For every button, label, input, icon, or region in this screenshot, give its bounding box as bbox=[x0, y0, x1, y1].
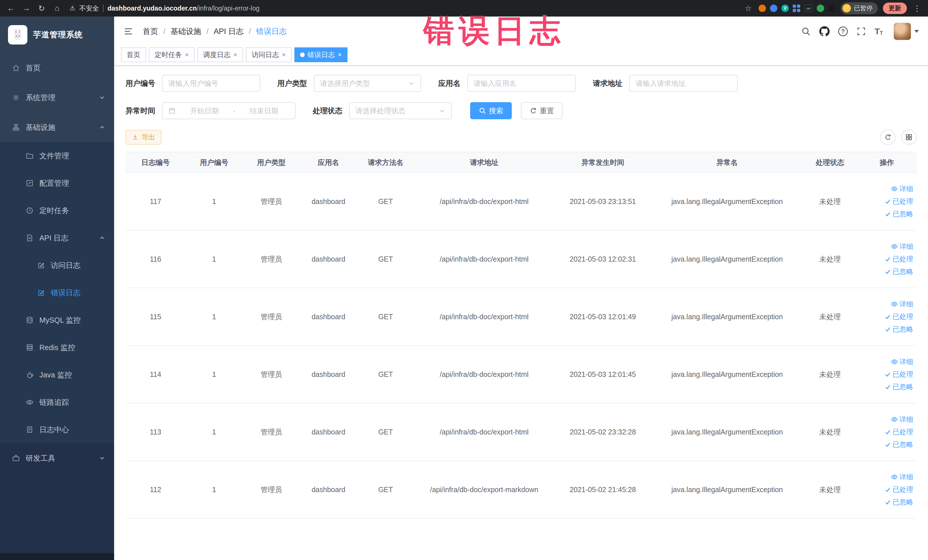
kebab-menu-icon[interactable]: ⋮ bbox=[912, 4, 922, 13]
cell-exception: java.lang.IllegalArgumentException bbox=[651, 403, 803, 461]
ignored-link[interactable]: 已忽略 bbox=[859, 265, 913, 278]
ignored-link[interactable]: 已忽略 bbox=[859, 496, 913, 508]
reload-icon[interactable]: ↻ bbox=[37, 4, 47, 13]
close-icon[interactable]: × bbox=[338, 51, 342, 59]
bookmark-star-icon[interactable]: ☆ bbox=[743, 4, 753, 13]
eye-icon bbox=[25, 398, 34, 407]
sidebar-item-api-log[interactable]: API 日志 bbox=[0, 224, 114, 252]
processed-link[interactable]: 已处理 bbox=[859, 483, 913, 496]
column-settings-button[interactable] bbox=[901, 130, 917, 145]
sidebar-item-home[interactable]: 首页 bbox=[0, 53, 114, 83]
user-id-input-field[interactable] bbox=[168, 79, 254, 88]
tab-access-log[interactable]: 访问日志× bbox=[246, 47, 292, 62]
ignored-link[interactable]: 已忽略 bbox=[859, 208, 913, 220]
cell-exception: java.lang.IllegalArgumentException bbox=[651, 288, 803, 345]
sidebar-item-dev-tools[interactable]: 研发工具 bbox=[0, 443, 114, 473]
detail-link[interactable]: 详细 bbox=[859, 471, 913, 483]
col-actions: 操作 bbox=[857, 152, 917, 172]
search-button[interactable]: 搜索 bbox=[470, 102, 512, 119]
user-id-input[interactable] bbox=[162, 75, 260, 92]
ignored-link[interactable]: 已忽略 bbox=[859, 381, 913, 393]
tab-schedule-log[interactable]: 调度日志× bbox=[197, 47, 243, 62]
sidebar-item-system-mgmt[interactable]: 系统管理 bbox=[0, 83, 114, 112]
sidebar-item-java-monitor[interactable]: Java 监控 bbox=[0, 361, 114, 389]
app-name-input[interactable] bbox=[467, 75, 576, 92]
tab-home[interactable]: 首页 bbox=[121, 47, 146, 62]
github-icon[interactable] bbox=[819, 26, 830, 37]
sidebar-item-file-mgmt[interactable]: 文件管理 bbox=[0, 142, 114, 169]
request-url-input-field[interactable] bbox=[636, 79, 731, 88]
user-type-select-field[interactable] bbox=[320, 79, 408, 88]
tab-error-log[interactable]: 错误日志× bbox=[295, 47, 348, 62]
cell-user-type: 管理员 bbox=[243, 403, 300, 461]
profile-label: 已暂停 bbox=[854, 4, 873, 12]
close-icon[interactable]: × bbox=[185, 51, 189, 59]
user-type-select[interactable] bbox=[314, 75, 421, 92]
security-label: 不安全 bbox=[79, 4, 99, 13]
detail-link[interactable]: 详细 bbox=[859, 298, 913, 310]
export-button[interactable]: 导出 bbox=[125, 130, 162, 145]
profile-chip[interactable]: 已暂停 bbox=[841, 2, 878, 14]
cell-log-id: 117 bbox=[125, 172, 185, 230]
cell-app-name: dashboard bbox=[300, 230, 357, 288]
breadcrumb-item[interactable]: 首页 bbox=[143, 26, 158, 37]
extension-green-icon[interactable] bbox=[817, 5, 824, 12]
process-status-select-field[interactable] bbox=[356, 107, 439, 115]
ignored-link[interactable]: 已忽略 bbox=[859, 438, 913, 451]
sidebar-item-log-center[interactable]: 日志中心 bbox=[0, 416, 114, 443]
detail-link[interactable]: 详细 bbox=[859, 240, 913, 253]
profile-avatar-icon bbox=[843, 4, 851, 12]
extension-orange-icon[interactable] bbox=[759, 5, 766, 12]
refresh-button[interactable] bbox=[880, 130, 896, 145]
app-logo[interactable]: 芋道管理系统 bbox=[0, 17, 114, 53]
user-menu[interactable] bbox=[894, 23, 919, 40]
fullscreen-icon[interactable] bbox=[856, 26, 866, 36]
filter-exception-time: 异常时间 开始日期 - 结束日期 bbox=[125, 102, 296, 119]
breadcrumb-item[interactable]: 基础设施 bbox=[171, 26, 201, 37]
breadcrumb-item[interactable]: API 日志 bbox=[214, 26, 244, 37]
processed-link[interactable]: 已处理 bbox=[859, 426, 913, 438]
font-size-icon[interactable]: TT bbox=[875, 26, 883, 36]
processed-link[interactable]: 已处理 bbox=[859, 368, 913, 381]
browser-update-button[interactable]: 更新 bbox=[883, 3, 907, 14]
hamburger-icon[interactable] bbox=[123, 26, 133, 37]
help-icon[interactable]: ? bbox=[838, 26, 848, 36]
ignored-link[interactable]: 已忽略 bbox=[859, 323, 913, 336]
extension-grid-icon[interactable] bbox=[793, 5, 800, 12]
sidebar-item-scheduled-task[interactable]: 定时任务 bbox=[0, 197, 114, 224]
app-name-input-field[interactable] bbox=[473, 79, 569, 88]
processed-link[interactable]: 已处理 bbox=[859, 253, 913, 265]
sidebar-item-access-log[interactable]: 访问日志 bbox=[0, 252, 114, 279]
address-bar[interactable]: ⚠ 不安全 dashboard.yudao.iocoder.cn/infra/l… bbox=[67, 4, 738, 13]
detail-link[interactable]: 详细 bbox=[859, 413, 913, 426]
sidebar-item-config-mgmt[interactable]: 配置管理 bbox=[0, 169, 114, 197]
extension-on-icon[interactable]: on bbox=[804, 5, 813, 12]
request-url-input[interactable] bbox=[629, 75, 738, 92]
process-status-select[interactable] bbox=[349, 102, 452, 119]
sidebar-item-redis-monitor[interactable]: Redis 监控 bbox=[0, 334, 114, 361]
detail-link[interactable]: 详细 bbox=[859, 183, 913, 195]
date-range-picker[interactable]: 开始日期 - 结束日期 bbox=[162, 102, 296, 119]
extension-v-icon[interactable]: V bbox=[781, 5, 789, 12]
forward-icon[interactable]: → bbox=[21, 4, 31, 13]
back-icon[interactable]: ← bbox=[6, 4, 16, 13]
processed-link[interactable]: 已处理 bbox=[859, 195, 913, 208]
tab-scheduled-task[interactable]: 定时任务× bbox=[149, 47, 195, 62]
avatar[interactable] bbox=[894, 23, 911, 40]
cell-method: GET bbox=[357, 461, 414, 518]
extension-paw-icon[interactable] bbox=[828, 5, 836, 12]
close-icon[interactable]: × bbox=[282, 51, 286, 59]
edit-icon bbox=[37, 288, 46, 297]
detail-link[interactable]: 详细 bbox=[859, 356, 913, 368]
sidebar-item-infrastructure[interactable]: 基础设施 bbox=[0, 112, 114, 142]
processed-link[interactable]: 已处理 bbox=[859, 310, 913, 323]
active-dot-icon bbox=[300, 52, 305, 57]
sidebar-item-trace[interactable]: 链路追踪 bbox=[0, 389, 114, 416]
extension-blue-icon[interactable] bbox=[770, 5, 777, 12]
sidebar-item-error-log[interactable]: 错误日志 bbox=[0, 279, 114, 307]
sidebar-item-mysql-monitor[interactable]: MySQL 监控 bbox=[0, 307, 114, 334]
reset-button[interactable]: 重置 bbox=[521, 102, 563, 119]
search-icon[interactable] bbox=[801, 26, 811, 36]
home-nav-icon[interactable]: ⌂ bbox=[52, 4, 62, 13]
close-icon[interactable]: × bbox=[234, 51, 237, 59]
